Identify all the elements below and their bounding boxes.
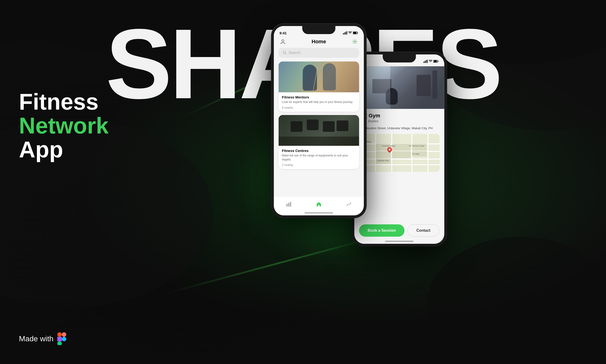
tab-home[interactable] [314, 199, 324, 209]
map-block-4 [376, 151, 390, 158]
equipment-1 [417, 75, 431, 96]
figma-icon [57, 332, 66, 345]
gym-by: by M. Robles [359, 119, 440, 123]
person-figure-2 [323, 63, 336, 91]
svg-rect-10 [345, 32, 346, 35]
floor [279, 137, 359, 146]
phone-1: 9:41 [272, 24, 366, 218]
search-icon [283, 51, 287, 55]
made-with-label: Made with [19, 334, 53, 343]
phone1-time: 9:41 [279, 31, 287, 35]
gym-name: MR Gym [359, 113, 440, 119]
fitness-centres-card[interactable]: Fitness Centres Make full use of the ran… [279, 115, 359, 169]
battery-icon [353, 31, 358, 34]
svg-rect-23 [425, 61, 425, 63]
svg-rect-9 [344, 32, 345, 35]
svg-rect-8 [343, 33, 344, 35]
profile-icon[interactable] [279, 38, 286, 45]
phone2-battery-icon [434, 60, 439, 63]
map-label-urdaneta: Urdaneta Village [382, 145, 395, 147]
phone2-status-icons [423, 60, 439, 63]
phone1-nav-title: Home [312, 39, 326, 45]
svg-point-6 [62, 337, 66, 341]
signal-icon [343, 31, 347, 35]
fitness-mentors-image [279, 62, 359, 92]
contact-button[interactable]: Contact [407, 224, 440, 237]
settings-icon[interactable] [352, 38, 358, 45]
fitness-centres-desc: Make full use of the range of equipments… [282, 154, 356, 162]
phone2-signal-icon [423, 60, 428, 63]
gym-detail-body: MR Gym by M. Robles 193 Houston Street, … [354, 109, 444, 244]
phone2-wifi-icon [429, 60, 433, 63]
svg-rect-22 [423, 62, 424, 63]
phones-container: 9:41 [272, 19, 447, 246]
svg-rect-25 [427, 60, 428, 63]
svg-rect-19 [286, 204, 288, 207]
wifi-icon [348, 31, 352, 34]
svg-rect-20 [288, 203, 290, 207]
home-indicator-1 [305, 212, 333, 213]
phone1-notch [302, 26, 335, 34]
phone2-screen: 9:41 [354, 54, 444, 244]
left-content: Fitness Network App [19, 90, 109, 161]
made-with-section: Made with [19, 332, 66, 345]
svg-rect-28 [438, 61, 439, 62]
phone1-status-icons [343, 31, 358, 35]
fitness-centres-title: Fitness Centres [282, 149, 356, 153]
map-road-v4 [428, 134, 428, 172]
fitness-mentors-nearby: 8 nearby [282, 106, 356, 109]
svg-rect-24 [426, 60, 427, 63]
search-bar[interactable]: Search [279, 48, 359, 58]
map-block-5 [392, 151, 410, 158]
map-label-hp: HP Service Center [409, 145, 425, 147]
svg-rect-11 [347, 31, 347, 35]
svg-rect-21 [290, 202, 291, 207]
map-background: Urdaneta Village HP Service Center Urdan… [359, 134, 440, 172]
svg-rect-27 [434, 61, 437, 62]
gym-buttons: Book a Session Contact [354, 224, 444, 237]
phone2-notch [383, 54, 416, 63]
network-label: Network [19, 114, 109, 138]
phone1-screen: 9:41 [274, 26, 364, 215]
bike-2 [307, 119, 319, 130]
svg-rect-3 [57, 332, 62, 337]
svg-rect-4 [62, 332, 66, 337]
equipment-2 [432, 71, 437, 99]
bike-4 [337, 120, 348, 131]
fitness-mentors-card[interactable]: Fitness Mentors Look for experts that wi… [279, 62, 359, 112]
svg-point-16 [354, 41, 356, 42]
fitness-centres-image [279, 115, 359, 146]
svg-rect-14 [357, 32, 358, 33]
tab-trends[interactable] [344, 199, 354, 209]
svg-rect-5 [57, 337, 62, 341]
gym-address: 193 Houston Street, Urdaneta Village, Ma… [359, 126, 440, 131]
bike-1 [291, 121, 303, 132]
svg-point-15 [282, 40, 284, 42]
fitness-mentors-desc: Look for experts that will help you in y… [282, 100, 356, 104]
tab-stats[interactable] [284, 199, 293, 209]
home-indicator-2 [385, 241, 414, 242]
fitness-mentors-body: Fitness Mentors Look for experts that wi… [279, 92, 359, 112]
person-figure-1 [303, 65, 317, 91]
map-label-park: Urdaneta Park [377, 159, 389, 162]
book-session-button[interactable]: Book a Session [359, 224, 405, 237]
gym-hero-image [354, 66, 444, 109]
fitness-mentors-title: Fitness Mentors [282, 95, 356, 99]
app-label: App [19, 138, 109, 162]
fitness-centres-body: Fitness Centres Make full use of the ran… [279, 146, 359, 169]
svg-line-18 [285, 53, 286, 54]
gym-map[interactable]: Urdaneta Village HP Service Center Urdan… [359, 134, 440, 172]
fitness-centres-nearby: 2 nearby [282, 163, 356, 167]
search-placeholder: Search [289, 51, 301, 55]
map-label-vxi: VXI Mak [412, 153, 419, 155]
fitness-label: Fitness [19, 90, 109, 114]
svg-rect-7 [57, 341, 62, 345]
svg-rect-13 [353, 32, 356, 34]
bike-3 [323, 121, 335, 132]
